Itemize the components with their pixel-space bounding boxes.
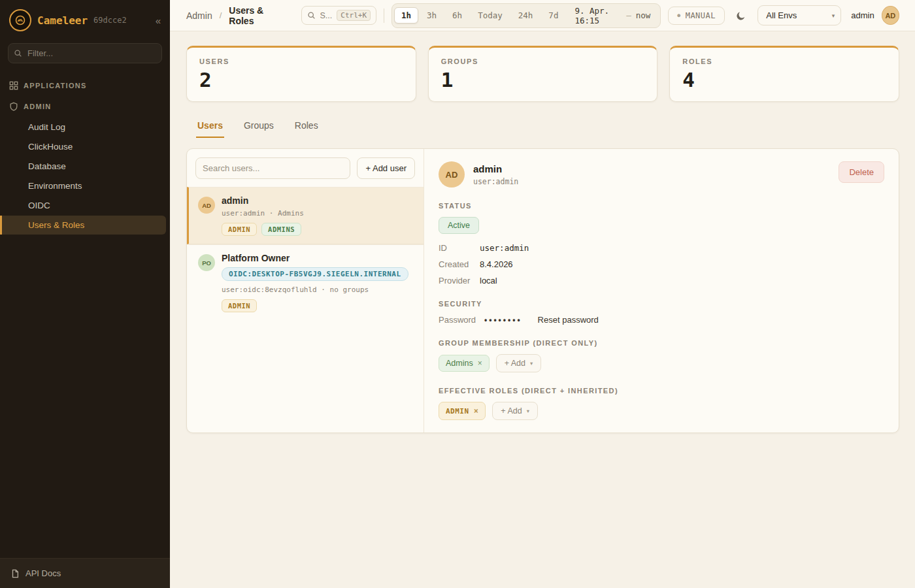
sidebar: Cameleer 69dcce2 « APPLICATIONS ADMIN Au… bbox=[0, 0, 170, 588]
time-range-1h[interactable]: 1h bbox=[394, 7, 418, 24]
detail-user-id: user:admin bbox=[473, 177, 518, 186]
api-docs-link[interactable]: API Docs bbox=[0, 558, 170, 588]
time-range-display[interactable]: 9. Apr. 16:15 — now bbox=[567, 6, 658, 25]
search-placeholder: S... bbox=[320, 11, 333, 20]
time-range-6h[interactable]: 6h bbox=[445, 7, 469, 24]
password-masked: •••••••• bbox=[484, 316, 522, 325]
stats-row: USERS 2 GROUPS 1 ROLES 4 bbox=[186, 46, 899, 102]
stat-label: ROLES bbox=[682, 57, 886, 65]
add-user-button[interactable]: + Add user bbox=[357, 157, 415, 179]
sidebar-filter-input[interactable] bbox=[8, 43, 162, 63]
delete-user-button[interactable]: Delete bbox=[839, 161, 884, 183]
field-provider: Provider local bbox=[439, 276, 884, 286]
stat-value: 4 bbox=[682, 68, 886, 91]
sidebar-section-applications[interactable]: APPLICATIONS bbox=[0, 75, 170, 96]
tab-roles[interactable]: Roles bbox=[293, 115, 320, 138]
time-range-7d[interactable]: 7d bbox=[541, 7, 565, 24]
sidebar-item-users-roles[interactable]: Users & Roles bbox=[0, 216, 166, 235]
user-badges: ADMIN bbox=[222, 299, 408, 312]
time-range-today[interactable]: Today bbox=[471, 7, 510, 24]
groups-section-title: GROUP MEMBERSHIP (DIRECT ONLY) bbox=[439, 339, 884, 347]
tab-bar: Users Groups Roles bbox=[186, 102, 899, 138]
detail-header: AD admin user:admin bbox=[439, 161, 884, 188]
breadcrumb-admin[interactable]: Admin bbox=[186, 10, 212, 21]
stat-value: 2 bbox=[199, 68, 403, 91]
sidebar-item-environments[interactable]: Environments bbox=[0, 176, 166, 195]
remove-group-icon[interactable]: × bbox=[478, 359, 482, 368]
tab-groups[interactable]: Groups bbox=[242, 115, 275, 138]
user-avatar[interactable]: AD bbox=[882, 6, 899, 25]
range-to: now bbox=[636, 10, 651, 20]
password-row: Password •••••••• Reset password bbox=[439, 315, 884, 325]
sidebar-item-audit-log[interactable]: Audit Log bbox=[0, 118, 166, 137]
environment-selected: All Envs bbox=[766, 10, 797, 20]
user-list-header: + Add user bbox=[187, 149, 424, 187]
sidebar-collapse-button[interactable]: « bbox=[156, 15, 161, 26]
time-range-group: 1h 3h 6h Today 24h 7d 9. Apr. 16:15 — no… bbox=[391, 3, 661, 28]
users-panel: + Add user AD admin user:admin · Admins … bbox=[186, 148, 899, 433]
shield-icon bbox=[9, 102, 18, 111]
avatar: AD bbox=[198, 197, 215, 214]
field-label: Provider bbox=[439, 276, 480, 286]
stat-label: GROUPS bbox=[441, 57, 645, 65]
time-range-24h[interactable]: 24h bbox=[511, 7, 541, 24]
stat-card-groups: GROUPS 1 bbox=[428, 46, 658, 102]
user-list-item-admin[interactable]: AD admin user:admin · Admins ADMIN ADMIN… bbox=[187, 187, 424, 244]
global-search[interactable]: S... Ctrl+K bbox=[301, 6, 377, 25]
section-label: ADMIN bbox=[24, 103, 52, 110]
add-group-button[interactable]: + Add ▾ bbox=[496, 354, 542, 372]
group-badge: ADMINS bbox=[261, 223, 301, 236]
status-section-title: STATUS bbox=[439, 202, 884, 210]
search-users-input[interactable] bbox=[195, 157, 350, 179]
stat-card-roles: ROLES 4 bbox=[669, 46, 899, 102]
user-detail-panel: Delete AD admin user:admin STATUS Active… bbox=[424, 149, 899, 433]
sidebar-item-database[interactable]: Database bbox=[0, 157, 166, 176]
add-role-button[interactable]: + Add ▾ bbox=[492, 402, 538, 420]
instance-id: 69dcce2 bbox=[93, 16, 127, 25]
field-label: Created bbox=[439, 259, 480, 269]
reset-password-link[interactable]: Reset password bbox=[538, 315, 599, 325]
sidebar-section-admin[interactable]: ADMIN bbox=[0, 96, 170, 117]
stat-value: 1 bbox=[441, 68, 645, 91]
user-list-item-platform-owner[interactable]: PO Platform Owner OIDC:DESKTOP-FB5VGJ9.S… bbox=[187, 244, 424, 320]
time-range-3h[interactable]: 3h bbox=[420, 7, 444, 24]
field-value: 8.4.2026 bbox=[480, 259, 513, 269]
sidebar-filter bbox=[8, 43, 162, 63]
role-badge: ADMIN bbox=[222, 223, 257, 236]
search-shortcut-kbd: Ctrl+K bbox=[337, 10, 371, 21]
sidebar-item-clickhouse[interactable]: ClickHouse bbox=[0, 137, 166, 156]
group-membership-pills: Admins × + Add ▾ bbox=[439, 354, 884, 372]
moon-icon bbox=[736, 10, 746, 21]
refresh-mode-button[interactable]: ● MANUAL bbox=[668, 7, 725, 25]
user-subtitle: user:admin · Admins bbox=[222, 209, 304, 218]
tab-users[interactable]: Users bbox=[196, 115, 224, 138]
oidc-provider-badge: OIDC:DESKTOP-FB5VGJ9.SIEGELN.INTERNAL bbox=[222, 267, 408, 281]
sidebar-header: Cameleer 69dcce2 « bbox=[0, 0, 170, 38]
user-badges: ADMIN ADMINS bbox=[222, 223, 304, 236]
group-pill-admins: Admins × bbox=[439, 355, 490, 372]
api-docs-label: API Docs bbox=[25, 568, 61, 578]
remove-role-icon[interactable]: × bbox=[474, 406, 479, 416]
environment-select[interactable]: All Envs ▾ bbox=[757, 5, 841, 25]
section-label: APPLICATIONS bbox=[24, 82, 87, 90]
dark-mode-toggle[interactable] bbox=[732, 6, 750, 25]
user-name: Platform Owner bbox=[222, 253, 408, 263]
user-list-column: + Add user AD admin user:admin · Admins … bbox=[187, 149, 424, 433]
user-name: admin bbox=[222, 195, 304, 206]
security-section-title: SECURITY bbox=[439, 300, 884, 308]
chevron-down-icon: ▾ bbox=[527, 408, 529, 414]
chevron-down-icon: ▾ bbox=[832, 12, 835, 19]
avatar: AD bbox=[439, 161, 465, 188]
status-badge: Active bbox=[439, 217, 479, 234]
search-icon bbox=[14, 49, 22, 57]
topbar-divider bbox=[384, 8, 384, 23]
roles-section-title: EFFECTIVE ROLES (DIRECT + INHERITED) bbox=[439, 387, 884, 395]
avatar: PO bbox=[198, 254, 215, 271]
topbar-username: admin bbox=[851, 10, 874, 20]
document-icon bbox=[10, 569, 20, 578]
stat-card-users: USERS 2 bbox=[186, 46, 416, 102]
range-from: 9. Apr. 16:15 bbox=[574, 6, 622, 25]
effective-roles-pills: ADMIN × + Add ▾ bbox=[439, 402, 884, 420]
sidebar-item-oidc[interactable]: OIDC bbox=[0, 196, 166, 215]
add-group-label: + Add bbox=[505, 359, 525, 368]
